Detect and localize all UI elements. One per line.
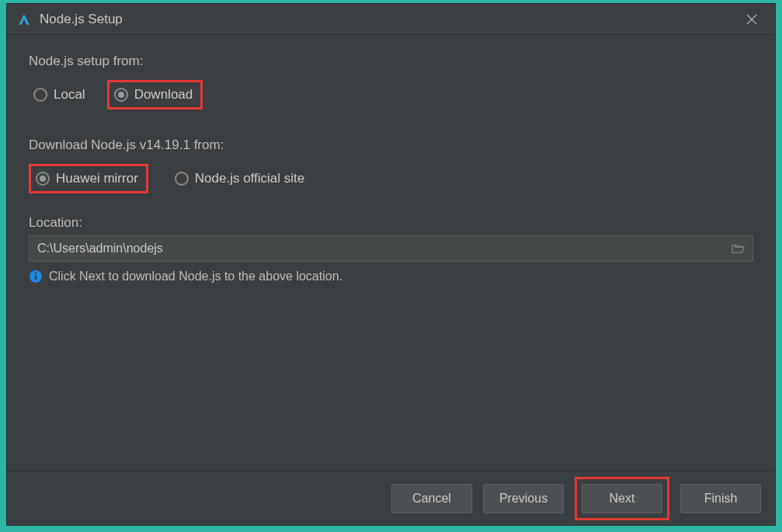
download-from-radio-group: Huawei mirror Node.js official site — [29, 164, 753, 193]
radio-local[interactable]: Local — [29, 80, 93, 110]
location-input[interactable] — [30, 236, 725, 261]
radio-icon — [33, 88, 47, 102]
dialog-content: Node.js setup from: Local Download Downl… — [7, 35, 775, 471]
location-label: Location: — [29, 215, 753, 231]
radio-download[interactable]: Download — [107, 80, 203, 110]
radio-huawei-mirror[interactable]: Huawei mirror — [29, 164, 148, 193]
radio-icon — [36, 172, 50, 186]
next-button[interactable]: Next — [582, 484, 662, 513]
radio-official-label: Node.js official site — [195, 171, 304, 186]
svg-rect-4 — [35, 276, 36, 280]
svg-point-3 — [35, 273, 37, 275]
info-row: Click Next to download Node.js to the ab… — [29, 269, 753, 283]
setup-dialog: Node.js Setup Node.js setup from: Local … — [6, 3, 776, 526]
browse-button[interactable] — [725, 236, 752, 261]
radio-icon — [114, 88, 128, 102]
radio-icon — [175, 172, 189, 186]
previous-button[interactable]: Previous — [483, 484, 564, 513]
cancel-button[interactable]: Cancel — [391, 484, 472, 513]
titlebar: Node.js Setup — [7, 4, 775, 35]
radio-huawei-label: Huawei mirror — [56, 171, 138, 186]
setup-from-label: Node.js setup from: — [29, 54, 753, 69]
folder-open-icon — [732, 243, 746, 254]
app-logo-icon — [16, 12, 32, 27]
info-text: Click Next to download Node.js to the ab… — [49, 269, 342, 283]
setup-from-radio-group: Local Download — [29, 80, 753, 110]
location-section: Location: Click Next to downlo — [29, 215, 753, 283]
close-button[interactable] — [738, 5, 766, 33]
location-input-row — [29, 235, 753, 262]
radio-local-label: Local — [54, 87, 85, 103]
radio-download-label: Download — [134, 87, 193, 103]
download-from-label: Download Node.js v14.19.1 from: — [29, 137, 753, 153]
dialog-title: Node.js Setup — [40, 12, 738, 27]
dialog-footer: Cancel Previous Next Finish — [7, 471, 775, 525]
radio-official-site[interactable]: Node.js official site — [170, 164, 312, 193]
info-icon — [29, 269, 43, 283]
next-button-highlight: Next — [575, 477, 669, 520]
finish-button[interactable]: Finish — [680, 484, 761, 513]
